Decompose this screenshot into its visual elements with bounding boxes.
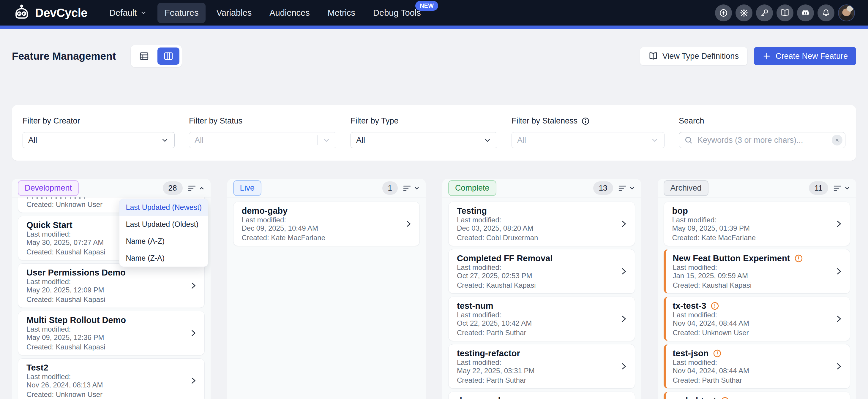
feature-card[interactable]: testing-refactor Last modified: May 22, … bbox=[448, 344, 635, 389]
filter-status-select[interactable]: All bbox=[189, 132, 336, 148]
chevron-right-icon[interactable] bbox=[189, 281, 197, 290]
sort-option-newest[interactable]: Last Updated (Newest) bbox=[119, 199, 208, 216]
view-type-definitions-button[interactable]: View Type Definitions bbox=[640, 47, 747, 65]
feature-card[interactable]: New Feat Button Experiment Last modified… bbox=[663, 249, 850, 294]
header-actions: View Type Definitions Create New Feature bbox=[640, 47, 856, 65]
feature-card[interactable]: bop Last modified: May 09, 2025, 01:39 P… bbox=[663, 202, 850, 246]
nav-tab-audiences[interactable]: Audiences bbox=[262, 3, 317, 23]
clear-search-button[interactable] bbox=[832, 135, 842, 145]
chevron-right-icon[interactable] bbox=[619, 220, 628, 228]
project-selector[interactable]: Default bbox=[102, 3, 154, 23]
app-root: DevCycle Default Features Variables Audi… bbox=[0, 0, 868, 399]
card-title: Test2 bbox=[26, 363, 49, 372]
search-label: Search bbox=[679, 117, 845, 126]
status-badge: Complete bbox=[448, 180, 496, 196]
filter-staleness-select[interactable]: All bbox=[512, 132, 664, 148]
sort-dropdown-menu: Last Updated (Newest) Last Updated (Olde… bbox=[119, 199, 208, 267]
column-live: Live 1 demo-gaby Last modified: Dec 09, … bbox=[227, 179, 426, 399]
accent-bar bbox=[0, 26, 868, 29]
filter-type: Filter by Type All bbox=[350, 117, 497, 148]
chevron-down-icon bbox=[651, 136, 659, 144]
last-modified-label: Last modified: bbox=[26, 373, 184, 381]
card-title: Quick Start bbox=[26, 221, 72, 230]
open-book-icon bbox=[649, 52, 658, 61]
gear-icon bbox=[739, 8, 749, 18]
column-complete-header: Complete 13 bbox=[442, 179, 641, 197]
feature-card[interactable]: User Permissions Demo Last modified: May… bbox=[18, 263, 205, 308]
nav-tab-features[interactable]: Features bbox=[157, 3, 206, 23]
feature-card[interactable]: tx-test-3 Last modified: Nov 04, 2024, 0… bbox=[663, 297, 850, 341]
feature-card[interactable]: test-num Last modified: Oct 22, 2025, 10… bbox=[448, 297, 635, 341]
column-live-header: Live 1 bbox=[227, 179, 426, 197]
chevron-right-icon[interactable] bbox=[404, 220, 412, 228]
settings-button[interactable] bbox=[736, 4, 752, 21]
api-keys-button[interactable] bbox=[756, 4, 773, 21]
sort-icon bbox=[618, 185, 626, 192]
card-title: test-num bbox=[457, 301, 493, 310]
card-title: demo-paul bbox=[457, 396, 500, 399]
filter-type-select[interactable]: All bbox=[350, 132, 497, 148]
chevron-right-icon[interactable] bbox=[834, 315, 843, 323]
feature-card[interactable]: Testing Last modified: Dec 03, 2025, 08:… bbox=[448, 202, 635, 246]
brand[interactable]: DevCycle bbox=[13, 4, 87, 21]
kanban-view-button[interactable] bbox=[157, 47, 179, 65]
nav-tab-debug-tools[interactable]: Debug Tools NEW bbox=[366, 3, 428, 23]
card-created: Created: Parth Suthar bbox=[457, 376, 614, 385]
sort-option-name-za[interactable]: Name (Z-A) bbox=[119, 250, 208, 267]
docs-button[interactable] bbox=[776, 4, 794, 21]
sort-button[interactable] bbox=[403, 185, 420, 192]
stale-warning-icon bbox=[720, 396, 730, 399]
add-circle-button[interactable] bbox=[715, 4, 732, 21]
chevron-right-icon[interactable] bbox=[619, 362, 628, 370]
notifications-button[interactable] bbox=[817, 4, 834, 21]
filter-creator-select[interactable]: All bbox=[23, 132, 175, 148]
card-list: demo-gaby Last modified: Dec 09, 2025, 1… bbox=[227, 197, 426, 399]
sort-button[interactable] bbox=[834, 185, 850, 192]
filter-staleness-label: Filter by Staleness bbox=[512, 117, 664, 126]
card-title: Testing bbox=[457, 206, 487, 215]
card-date: Nov 04, 2024, 08:44 AM bbox=[673, 367, 829, 375]
card-date: Nov 04, 2024, 08:44 AM bbox=[673, 319, 829, 328]
card-created: Created: Unknown User bbox=[26, 390, 184, 399]
table-view-button[interactable] bbox=[133, 47, 155, 65]
nav-tab-variables[interactable]: Variables bbox=[209, 3, 259, 23]
chevron-right-icon[interactable] bbox=[189, 376, 197, 385]
feature-card[interactable]: Completed FF Removal Last modified: Oct … bbox=[448, 249, 635, 294]
main-content: Feature Management View Type Definitions… bbox=[0, 45, 868, 399]
chevron-right-icon[interactable] bbox=[619, 315, 628, 323]
stale-warning-icon bbox=[713, 349, 722, 358]
create-new-feature-button[interactable]: Create New Feature bbox=[754, 47, 856, 65]
feature-card[interactable]: demo-paul bbox=[448, 392, 635, 399]
chevron-right-icon[interactable] bbox=[189, 329, 197, 337]
plus-circle-icon bbox=[719, 8, 728, 18]
card-title: User Permissions Demo bbox=[26, 268, 126, 277]
sort-option-name-az[interactable]: Name (A-Z) bbox=[119, 233, 208, 250]
feature-card[interactable]: demo-gaby Last modified: Dec 09, 2025, 1… bbox=[233, 202, 420, 246]
nav-tab-metrics[interactable]: Metrics bbox=[320, 3, 363, 23]
feature-card[interactable]: Multi Step Rollout Demo Last modified: M… bbox=[18, 311, 205, 355]
chevron-right-icon[interactable] bbox=[619, 267, 628, 275]
search-input[interactable] bbox=[679, 132, 845, 148]
stale-warning-icon bbox=[794, 254, 803, 263]
user-avatar[interactable] bbox=[838, 4, 855, 21]
sort-button[interactable] bbox=[618, 185, 635, 192]
status-badge: Live bbox=[233, 180, 262, 196]
sort-option-oldest[interactable]: Last Updated (Oldest) bbox=[119, 216, 208, 233]
card-date: Oct 27, 2025, 02:53 PM bbox=[457, 272, 614, 280]
feature-card[interactable]: Test2 Last modified: Nov 26, 2024, 08:13… bbox=[18, 358, 205, 399]
feature-card[interactable]: rachel-test bbox=[663, 392, 850, 399]
status-badge: Development bbox=[18, 180, 79, 196]
filter-search: Search bbox=[679, 117, 845, 148]
last-modified-label: Last modified: bbox=[26, 325, 184, 333]
discord-button[interactable] bbox=[797, 4, 814, 21]
feature-card[interactable]: test-json Last modified: Nov 04, 2024, 0… bbox=[663, 344, 850, 389]
sort-button[interactable] bbox=[188, 185, 205, 192]
column-count: 11 bbox=[809, 181, 828, 195]
caret-up-icon bbox=[199, 185, 205, 191]
chevron-right-icon[interactable] bbox=[834, 362, 843, 370]
card-created: Created: Kate MacFarlane bbox=[672, 234, 829, 242]
chevron-right-icon[interactable] bbox=[834, 220, 843, 228]
chevron-down-icon bbox=[483, 136, 492, 144]
chevron-right-icon[interactable] bbox=[834, 267, 843, 275]
card-title: bop bbox=[672, 206, 688, 215]
